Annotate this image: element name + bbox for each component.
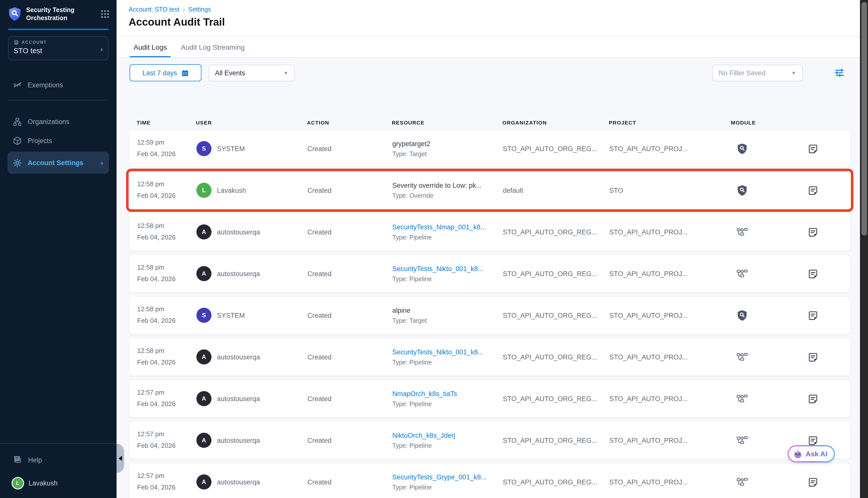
user-avatar: S [196, 308, 211, 323]
sidebar-item-exemptions[interactable]: Exemptions [0, 75, 117, 94]
sto-module-icon [736, 184, 748, 196]
date-range-label: Last 7 days [142, 69, 177, 77]
tab-audit-logs[interactable]: Audit Logs [130, 37, 171, 58]
resource-cell: SecurityTests_Nmap_001_k8... Type: Pipel… [392, 223, 503, 241]
table-row[interactable]: 12:57 pmFeb 04, 2026 A autostouserqa Cre… [129, 421, 851, 459]
resource-name[interactable]: SecurityTests_Nmap_001_k8... [392, 223, 503, 231]
resource-name: Severity override to Low: pk... [392, 182, 503, 189]
time-cell: 12:58 pmFeb 04, 2026 [137, 346, 196, 368]
module-cell [731, 476, 792, 488]
notes-icon[interactable] [808, 477, 818, 487]
tab-audit-log-streaming[interactable]: Audit Log Streaming [177, 37, 249, 58]
user-name: autostouserqa [217, 353, 260, 361]
resource-name[interactable]: SecurityTests_Nikto_001_k8... [392, 265, 503, 272]
organization-cell: STO_API_AUTO_ORG_REG... [503, 312, 609, 319]
sidebar-item-account-settings[interactable]: Account Settings › [8, 152, 109, 174]
notes-icon[interactable] [808, 393, 818, 404]
sidebar-collapse-handle[interactable] [117, 444, 124, 473]
sto-module-icon [736, 143, 748, 154]
notes-cell [792, 227, 851, 237]
resource-name[interactable]: NiktoOrch_k8s_Jderj [392, 432, 503, 439]
scrollbar-track[interactable] [860, 0, 868, 498]
module-cell [731, 226, 792, 238]
help-button[interactable]: ? Help [0, 449, 117, 471]
notes-icon[interactable] [808, 143, 818, 154]
help-chat-icon: ? [13, 455, 23, 465]
breadcrumb-account-link[interactable]: Account: STO test [129, 6, 179, 13]
module-grid-icon[interactable] [101, 10, 109, 19]
organization-cell: STO_API_AUTO_ORG_REG... [503, 478, 609, 486]
column-header-time: TIME [137, 119, 196, 126]
notes-icon[interactable] [808, 227, 818, 237]
notes-icon[interactable] [808, 352, 818, 362]
resource-name[interactable]: SecurityTests_Grype_001_k8... [392, 473, 503, 481]
table-row[interactable]: 12:58 pmFeb 04, 2026 A autostouserqa Cre… [129, 338, 851, 376]
account-selector[interactable]: ACCOUNT STO test › [8, 36, 108, 60]
notes-icon[interactable] [808, 185, 818, 196]
user-cell: A autostouserqa [196, 391, 308, 406]
scrollbar-thumb[interactable] [861, 2, 867, 235]
resource-name[interactable]: SecurityTests_Nikto_001_k8... [392, 348, 503, 356]
account-scope-label: ACCOUNT [22, 40, 47, 45]
table-row[interactable]: 12:57 pmFeb 04, 2026 A autostouserqa Cre… [129, 463, 851, 498]
project-cell: STO_API_AUTO_PROJ... [609, 228, 731, 236]
resource-cell: grypetarget2 Type: Target [392, 140, 503, 157]
sidebar-item-projects[interactable]: Projects [0, 131, 117, 150]
event-type-select[interactable]: All Events ▼ [208, 65, 295, 81]
user-menu[interactable]: L Lavakush [0, 471, 117, 495]
user-avatar: L [12, 477, 24, 489]
project-cell: STO_API_AUTO_PROJ... [609, 353, 731, 361]
user-cell: S SYSTEM [196, 141, 308, 156]
sidebar-item-label: Account Settings [28, 159, 83, 167]
filter-sliders-icon[interactable] [834, 67, 845, 78]
resource-name[interactable]: NmapOrch_k8s_tiaTs [392, 390, 503, 397]
table-row[interactable]: 12:59 pmFeb 04, 2026 S SYSTEM Created gr… [129, 130, 851, 168]
sidebar-nav: Exemptions Organizations Projects [0, 75, 117, 174]
user-cell: S SYSTEM [196, 308, 308, 323]
date-range-button[interactable]: Last 7 days [130, 64, 202, 81]
column-header-resource: RESOURCE [392, 119, 502, 126]
saved-filter-select[interactable]: No Filter Saved ▼ [712, 65, 803, 81]
resource-name: grypetarget2 [392, 140, 503, 147]
table-row[interactable]: 12:58 pmFeb 04, 2026 S SYSTEM Created al… [129, 296, 851, 335]
ai-robot-icon [793, 449, 803, 459]
table-row[interactable]: 12:58 pmFeb 04, 2026 L Lavakush Created … [129, 171, 851, 209]
user-avatar: A [196, 266, 211, 281]
eye-off-icon [13, 80, 22, 90]
breadcrumb-settings-link[interactable]: Settings [189, 6, 211, 13]
notes-cell [792, 310, 851, 320]
tabs-divider [117, 57, 860, 58]
audit-table: TIME USER ACTION RESOURCE ORGANIZATION P… [117, 83, 860, 498]
user-name: autostouserqa [217, 436, 260, 444]
column-header-module: MODULE [731, 119, 791, 126]
action-cell: Created [308, 145, 392, 152]
user-name: autostouserqa [217, 478, 260, 486]
module-cell [731, 268, 792, 279]
notes-icon[interactable] [808, 268, 818, 279]
column-header-organization: ORGANIZATION [502, 119, 609, 126]
notes-cell [792, 393, 851, 404]
ask-ai-button[interactable]: Ask AI [788, 445, 835, 462]
table-row[interactable]: 12:58 pmFeb 04, 2026 A autostouserqa Cre… [129, 213, 851, 251]
time-cell: 12:59 pmFeb 04, 2026 [137, 137, 196, 160]
sidebar-footer: ? Help L Lavakush [0, 443, 117, 498]
resource-cell: SecurityTests_Grype_001_k8... Type: Pipe… [392, 473, 503, 491]
time-cell: 12:58 pmFeb 04, 2026 [137, 304, 196, 327]
user-cell: A autostouserqa [196, 266, 308, 281]
organization-cell: STO_API_AUTO_ORG_REG... [503, 145, 609, 152]
user-name: SYSTEM [217, 312, 245, 319]
sidebar-item-organizations[interactable]: Organizations [0, 112, 117, 131]
page-header: Account: STO test › Settings Account Aud… [117, 0, 860, 58]
resource-cell: NmapOrch_k8s_tiaTs Type: Pipeline [392, 390, 503, 407]
action-cell: Created [308, 436, 392, 444]
sidebar-item-label: Projects [28, 137, 52, 144]
module-cell [731, 143, 792, 154]
user-name: autostouserqa [217, 228, 260, 236]
module-cell [731, 310, 792, 321]
table-row[interactable]: 12:58 pmFeb 04, 2026 A autostouserqa Cre… [129, 254, 851, 293]
table-row[interactable]: 12:57 pmFeb 04, 2026 A autostouserqa Cre… [129, 380, 851, 418]
calendar-icon [181, 69, 189, 77]
notes-icon[interactable] [808, 435, 818, 446]
filter-bar: Last 7 days All Events ▼ No Filter Saved… [117, 64, 860, 82]
notes-icon[interactable] [808, 310, 818, 320]
